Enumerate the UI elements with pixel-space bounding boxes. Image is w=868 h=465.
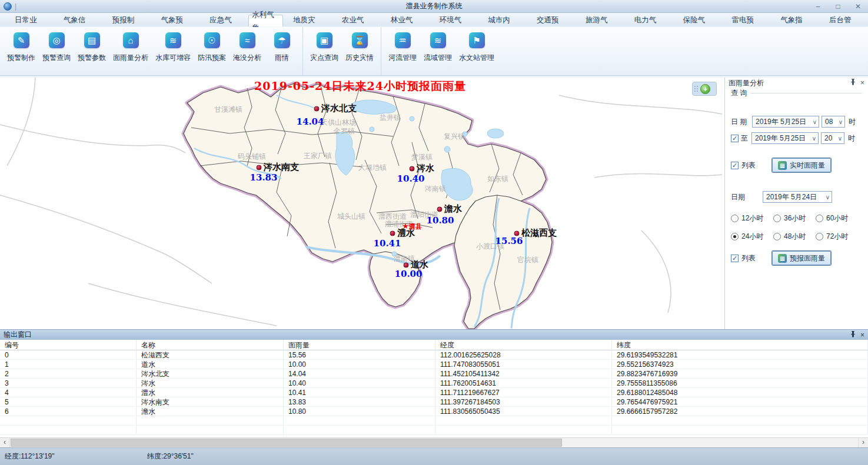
scroll-right-icon[interactable]: › [858,438,868,447]
tab-保险气象[interactable]: 保险气象 [673,14,722,26]
table-cell: 112.001625625028 [435,350,612,360]
duration-72小时[interactable]: 72小时 [816,232,856,242]
radio-60小时[interactable] [816,215,823,222]
table-row[interactable]: 1道水10.00111.74708305505129.552156374923 [0,360,868,369]
column-header-纬度[interactable]: 纬度 [612,340,868,350]
table-cell: 111.711219667627 [435,388,612,397]
tab-雷电预警[interactable]: 雷电预警 [721,14,770,26]
toolbar-水库可增容[interactable]: ≋水库可增容 [152,32,194,75]
tab-气象预警[interactable]: 气象预警 [151,14,199,26]
toolbar-label: 预警制作 [7,53,35,63]
toolbar-淹没分析[interactable]: ≈淹没分析 [230,32,265,75]
pin-icon[interactable] [850,331,856,339]
duration-36小时[interactable]: 36小时 [773,213,816,223]
table-cell: 29.7654476975921 [612,397,868,407]
hour-from-select[interactable]: 08 ∨ [822,116,845,128]
table-cell: 10.41 [284,388,435,397]
station-value: 14.04 [297,116,324,127]
tab-环境气象[interactable]: 环境气象 [429,14,478,26]
table-row[interactable] [0,426,868,435]
tab-日常业务[interactable]: 日常业务 [5,14,54,26]
toolbar-历史灾情[interactable]: ⌛历史灾情 [342,32,377,75]
table-row[interactable]: 0松滋西支15.56112.00162562502829.61935495322… [0,350,868,360]
tab-城市内涝[interactable]: 城市内涝 [478,14,527,26]
rain-info-icon: ☂ [274,32,290,48]
radio-48小时[interactable] [773,233,781,240]
hour-to-select[interactable]: 20 ∨ [821,132,844,144]
toolbar-预警参数[interactable]: ▤预警参数 [74,32,109,75]
table-row[interactable]: 2涔水北支14.04111.45210541134229.88234767169… [0,369,868,379]
station-name: 松滋西支 [521,228,557,239]
table-cell: 29.6188012485048 [612,388,868,397]
toolbar-预警查询[interactable]: ◎预警查询 [39,32,74,75]
close-button[interactable]: ✕ [853,2,863,11]
radio-24小时[interactable] [731,233,739,240]
table-row[interactable]: 4澧水10.41111.71121966762729.6188012485048 [0,388,868,397]
toolbar-灾点查询[interactable]: ▣灾点查询 [307,32,342,75]
table-row[interactable]: 3涔水10.40111.7620051463129.7555811355086 [0,379,868,388]
tab-交通预报[interactable]: 交通预报 [527,14,576,26]
table-row[interactable]: 5涔水南支13.83111.39726718450329.76544769759… [0,397,868,407]
radio-36小时[interactable] [773,215,781,222]
pin-icon[interactable] [850,79,856,87]
toolbar-预警制作[interactable]: ✎预警制作 [4,32,39,75]
zoom-add-button[interactable]: + [700,84,710,94]
tab-林业气象[interactable]: 林业气象 [381,14,430,26]
tab-水利气象[interactable]: 水利气象 [248,15,283,26]
toolbar-label: 流域管理 [424,53,452,63]
date-from-select[interactable]: 2019年 5月25日 ∨ [752,116,819,128]
forecast-button-label: 预报面雨量 [790,253,825,263]
column-header-编号[interactable]: 编号 [0,340,137,350]
toolbar-防汛预案[interactable]: ☉防汛预案 [194,32,230,75]
town-label-码头铺镇: 码头铺镇 [238,152,266,162]
tab-气象信息[interactable]: 气象信息 [54,14,102,26]
status-bar: 经度:112°13'19" 纬度:29°36'51" [0,447,868,465]
tab-电力气象[interactable]: 电力气象 [624,14,673,26]
column-header-面雨量[interactable]: 面雨量 [284,340,435,350]
tab-后台管理[interactable]: 后台管理 [819,14,868,26]
tab-气象指数[interactable]: 气象指数 [770,14,819,26]
tab-农业气象[interactable]: 农业气象 [332,14,381,26]
hour-suffix: 时 [849,117,856,127]
toolbar-河流管理[interactable]: ♒河流管理 [385,32,420,75]
duration-60小时[interactable]: 60小时 [816,213,856,223]
scroll-left-icon[interactable]: ‹ [0,438,10,447]
list-checkbox[interactable]: ✓ [731,162,739,169]
column-header-经度[interactable]: 经度 [435,340,612,350]
table-cell: 涔水南支 [137,397,284,407]
realtime-rainfall-button[interactable]: ▦ 实时面雨量 [772,158,831,172]
forecast-date-select[interactable]: 2019年 5月24日 ∨ [763,191,832,203]
duration-12小时[interactable]: 12小时 [731,213,773,223]
tab-应急气象[interactable]: 应急气象 [199,14,248,26]
table-row[interactable] [0,416,868,426]
toolbar-水文站管理[interactable]: ⚑水文站管理 [455,32,498,75]
minimize-button[interactable]: – [813,2,823,11]
to-checkbox[interactable]: ✓ [731,135,739,142]
toolbar-雨情[interactable]: ☂雨情 [265,32,299,75]
toolbar-label: 预警参数 [78,53,106,63]
tab-预报制作[interactable]: 预报制作 [102,14,151,26]
maximize-button[interactable]: □ [833,2,843,11]
tab-地质灾害[interactable]: 地质灾害 [283,14,332,26]
forecast-rainfall-button[interactable]: ▦ 预报面雨量 [772,251,831,265]
list-checkbox-2[interactable]: ✓ [731,255,739,262]
duration-48小时[interactable]: 48小时 [773,232,816,242]
horizontal-scrollbar[interactable]: ‹ › [0,437,868,447]
duration-24小时[interactable]: 24小时 [731,232,773,242]
map-view[interactable]: 2019-05-24日未来24小时预报面雨量 甘溪滩镇盐井镇天供山林场金罗镇复兴… [0,78,723,329]
map-mini-toolbar: + [692,82,717,96]
toolbar-流域管理[interactable]: ≋流域管理 [420,32,455,75]
tab-旅游气象[interactable]: 旅游气象 [576,14,624,26]
drag-handle-icon[interactable] [694,86,699,92]
column-header-名称[interactable]: 名称 [137,340,284,350]
table-row[interactable]: 6澹水10.80111.83056505043529.6666157957282 [0,407,868,416]
star-icon: ★ [402,222,409,230]
toolbar-面雨量分析[interactable]: ⌂面雨量分析 [109,32,152,75]
date-to-select[interactable]: 2019年 5月25日 ∨ [751,132,819,144]
radio-72小时[interactable] [816,233,823,240]
history-disaster-icon: ⌛ [352,32,368,48]
radio-12小时[interactable] [731,215,739,222]
panel-close-icon[interactable]: × [860,79,864,87]
scrollbar-thumb[interactable] [11,439,562,447]
output-close-icon[interactable]: × [860,331,864,339]
